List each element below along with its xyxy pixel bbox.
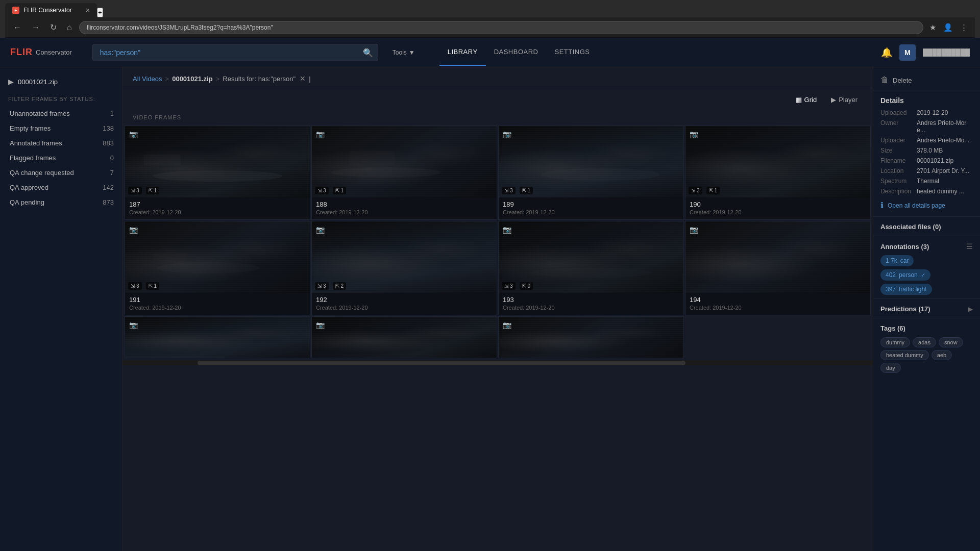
notifications-icon[interactable]: 🔔: [881, 47, 892, 58]
detail-size-val: 378.0 MB: [917, 147, 943, 154]
expand-icon-4: ⇱: [709, 188, 713, 193]
frame-number-192: 192: [316, 296, 493, 304]
flagged-count: 0: [110, 154, 114, 162]
fullscreen-count-badge-7: ⇱0: [520, 282, 533, 290]
tag-adas[interactable]: adas: [913, 337, 936, 347]
menu-icon[interactable]: ⋮: [958, 21, 970, 34]
breadcrumb-zip[interactable]: 00001021.zip: [172, 75, 213, 83]
image-placeholder-icon-3: 📷: [503, 130, 511, 138]
tag-snow[interactable]: snow: [939, 337, 963, 347]
annotation-badge-traffic-light[interactable]: 397 traffic light: [880, 284, 932, 295]
delete-button[interactable]: 🗑 Delete: [873, 72, 980, 88]
sidebar-video-header[interactable]: ▶ 00001021.zip: [0, 76, 122, 92]
frame-card-191[interactable]: 📷 ⇲3 ⇱1 191 Created: 2019-12-20: [125, 221, 310, 315]
tag-heated-dummy[interactable]: heated dummy: [880, 350, 929, 360]
thermal-noise-8: [685, 221, 870, 293]
player-label: Player: [839, 96, 857, 104]
frame-card-188[interactable]: 📷 ⇲3 ⇱1 188 Created: 2019-12-20: [311, 126, 497, 220]
player-view-button[interactable]: ▶ Player: [826, 93, 863, 106]
reload-button[interactable]: ↻: [47, 20, 60, 34]
sidebar-item-empty[interactable]: Empty frames 138: [0, 121, 122, 136]
annotation-car-label: car: [900, 257, 909, 264]
image-placeholder-icon-11: 📷: [503, 321, 511, 329]
sidebar-item-qa-pending[interactable]: QA pending 873: [0, 195, 122, 210]
open-details-button[interactable]: ℹ Open all details page: [873, 196, 980, 214]
empty-label: Empty frames: [10, 124, 99, 132]
logo-conservator: Conservator: [36, 48, 72, 56]
tag-dummy[interactable]: dummy: [880, 337, 910, 347]
sidebar-item-annotated[interactable]: Annotated frames 883: [0, 136, 122, 151]
frame-number-191: 191: [129, 296, 306, 304]
fullscreen-count-badge-2: ⇱1: [333, 187, 347, 194]
browser-tabs: F FLIR Conservator × +: [5, 3, 975, 17]
frame-date-187: Created: 2019-12-20: [129, 209, 306, 215]
play-icon: ▶: [8, 78, 14, 86]
back-button[interactable]: ←: [10, 21, 24, 34]
detail-uploader-val: Andres Prieto-Mo...: [917, 137, 969, 144]
annotation-count-badge-5: ⇲3: [128, 282, 142, 290]
search-button[interactable]: 🔍: [363, 47, 373, 57]
panel-divider-5: [873, 318, 980, 318]
new-tab-button[interactable]: +: [97, 8, 103, 17]
filter-label: Filter frames by status:: [0, 92, 122, 106]
detail-size: Size 378.0 MB: [873, 145, 980, 156]
expand-icon: ⇱: [149, 188, 153, 193]
tab-close-btn[interactable]: ×: [86, 6, 90, 14]
frame-number-190: 190: [690, 201, 866, 208]
main-content: ▶ 00001021.zip Filter frames by status: …: [0, 67, 980, 551]
horizontal-scrollbar[interactable]: [122, 360, 873, 365]
details-title: Details: [873, 92, 980, 108]
profile-icon[interactable]: 👤: [941, 21, 955, 34]
nav-settings[interactable]: SETTINGS: [546, 39, 598, 66]
nav-library[interactable]: LIBRARY: [439, 39, 486, 66]
expand-icon-7: ⇱: [522, 283, 526, 289]
frame-info-189: 189 Created: 2019-12-20: [499, 197, 683, 219]
frame-card-190[interactable]: 📷 ⇲3 ⇱1 190 Created: 2019-12-20: [685, 126, 871, 220]
qa-approved-count: 142: [103, 184, 114, 191]
frame-date-192: Created: 2019-12-20: [316, 305, 493, 311]
home-button[interactable]: ⌂: [64, 21, 75, 34]
sidebar-item-flagged[interactable]: Flagged frames 0: [0, 151, 122, 165]
frame-card-192[interactable]: 📷 ⇲3 ⇱2 192 Created: 2019-12-20: [311, 221, 497, 315]
search-input[interactable]: [92, 44, 378, 61]
frame-card-194[interactable]: 📷 194 Created: 2019-12-20: [685, 221, 871, 315]
breadcrumb-query: has:"person": [258, 75, 296, 83]
frame-card-195[interactable]: 📷: [125, 316, 310, 358]
expand-icon-3: ⇱: [522, 188, 526, 193]
annotations-list-icon[interactable]: ☰: [966, 242, 973, 251]
detail-description-key: Description: [880, 188, 914, 195]
bookmark-icon[interactable]: ★: [927, 21, 938, 34]
frame-card-193[interactable]: 📷 ⇲3 ⇱0 193 Created: 2019-12-20: [498, 221, 684, 315]
predictions-header[interactable]: Predictions (17) ▶: [873, 301, 980, 316]
forward-button[interactable]: →: [29, 21, 43, 34]
browser-tab-active[interactable]: F FLIR Conservator ×: [5, 3, 97, 17]
tag-aeb[interactable]: aeb: [932, 350, 952, 360]
frame-card-197[interactable]: 📷: [498, 316, 684, 358]
address-bar[interactable]: flirconservator.com/videos/JS3MLrupLRa3f…: [79, 21, 923, 34]
search-bar: 🔍: [92, 44, 378, 61]
annotation-count-badge-3: ⇲3: [502, 187, 516, 194]
frame-number-189: 189: [503, 201, 679, 208]
breadcrumb-all-videos[interactable]: All Videos: [133, 75, 162, 83]
frame-card-187[interactable]: 📷 ⇲3 ⇱1 187 Created: 2019-12-20: [125, 126, 310, 220]
grid-view-button[interactable]: ▦ Grid: [791, 93, 822, 106]
sidebar-item-qa-change[interactable]: QA change requested 7: [0, 165, 122, 180]
frame-card-196[interactable]: 📷: [311, 316, 497, 358]
unannotated-count: 1: [110, 110, 114, 117]
annotation-badge-person[interactable]: 402 person ✓: [880, 269, 930, 281]
top-nav-right: 🔔 M ██████████: [881, 44, 970, 61]
user-avatar[interactable]: M: [899, 44, 916, 61]
svg-rect-1: [143, 155, 180, 165]
sidebar-item-qa-approved[interactable]: QA approved 142: [0, 180, 122, 195]
scrollbar-thumb[interactable]: [198, 361, 685, 365]
annotation-badge-car[interactable]: 1.7k car: [880, 255, 914, 266]
tag-day[interactable]: day: [880, 363, 901, 373]
expand-icon-5: ⇱: [149, 283, 153, 289]
sidebar-item-unannotated[interactable]: Unannotated frames 1: [0, 106, 122, 121]
svg-point-0: [153, 170, 282, 182]
nav-dashboard[interactable]: DASHBOARD: [486, 39, 547, 66]
tools-chevron-icon: ▼: [409, 49, 415, 56]
tools-button[interactable]: Tools ▼: [388, 47, 419, 58]
frame-card-189[interactable]: 📷 ⇲3 ⇱1 189 Created: 2019-12-20: [498, 126, 684, 220]
breadcrumb-close-btn[interactable]: ✕: [300, 74, 306, 83]
